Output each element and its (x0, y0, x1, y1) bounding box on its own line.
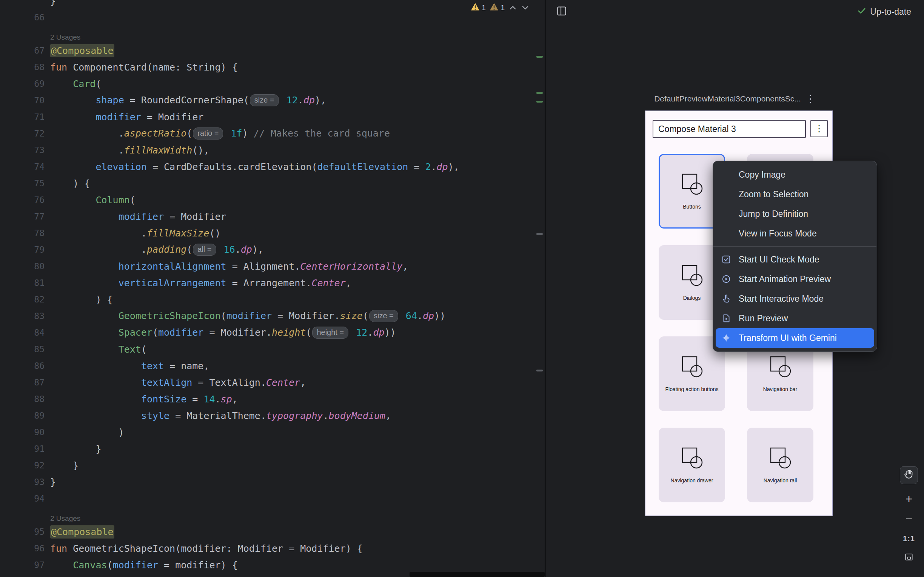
menu-icon-spacer (721, 170, 737, 179)
menu-item-copy-image[interactable]: Copy Image (713, 165, 877, 184)
zoom-in-button[interactable]: + (900, 490, 918, 509)
menu-item-run-preview[interactable]: Run Preview (713, 308, 877, 328)
line-number: 88 (0, 394, 45, 404)
menu-item-start-interactive-mode[interactable]: Start Interactive Mode (713, 289, 877, 308)
menu-item-label: Transform UI with Gemini (739, 333, 837, 343)
usages-hint-label[interactable]: 2 Usages (50, 33, 81, 42)
animation-preview-icon (721, 274, 737, 284)
code-line: 78 .fillMaxSize() (0, 225, 544, 241)
preview-card-label: Navigation drawer (671, 477, 713, 484)
preview-card-navigation-drawer[interactable]: Navigation drawer (659, 428, 725, 502)
code-line: 89 style = MaterialTheme.typography.body… (0, 407, 544, 424)
menu-item-label: Zoom to Selection (739, 189, 809, 200)
menu-item-label: View in Focus Mode (739, 229, 817, 239)
preview-card-navigation-rail[interactable]: Navigation rail (747, 428, 813, 502)
usages-hint[interactable]: 2 Usages (0, 507, 544, 524)
code-line: 79 .padding(all = 16.dp), (0, 241, 544, 258)
code-line: 88 fontSize = 14.sp, (0, 391, 544, 407)
code-line: 73 .fillMaxWidth(), (0, 142, 544, 158)
analysis-marker[interactable] (536, 369, 543, 371)
warning-indicator[interactable]: 1 (471, 2, 486, 13)
line-number: 85 (0, 344, 45, 354)
menu-item-start-ui-check-mode[interactable]: Start UI Check Mode (713, 250, 877, 269)
next-problem-chevron-down-icon[interactable] (521, 3, 530, 12)
geometric-shape-icon (768, 355, 792, 379)
line-number: 72 (0, 129, 45, 139)
editor-error-stripe[interactable] (533, 0, 544, 577)
menu-icon-spacer (721, 189, 737, 199)
line-number: 91 (0, 444, 45, 454)
vcs-change-marker[interactable] (536, 92, 543, 94)
menu-item-jump-to-definition[interactable]: Jump to Definition (713, 204, 877, 224)
usages-hint[interactable]: 2 Usages (0, 26, 544, 42)
geometric-shape-icon (768, 446, 792, 471)
line-number: 96 (0, 543, 45, 553)
preview-title-bar: DefaultPreviewMaterial3ComponentsSc... ⋮ (546, 93, 924, 104)
preview-more-kebab-icon[interactable]: ⋮ (806, 93, 816, 104)
code-line: 85 Text( (0, 341, 544, 358)
code-line: 77 modifier = Modifier (0, 208, 544, 225)
fit-to-screen-icon (904, 551, 914, 565)
preview-card-label: Navigation bar (763, 386, 797, 392)
context-menu: Copy ImageZoom to SelectionJump to Defin… (712, 161, 877, 352)
line-number: 79 (0, 245, 45, 255)
code-line: 91 } (0, 440, 544, 457)
code-line: } (0, 0, 544, 9)
weak-warning-indicator[interactable]: 1 (489, 2, 505, 13)
menu-item-transform-ui-with-gemini[interactable]: Transform UI with Gemini (716, 328, 874, 348)
line-number: 95 (0, 527, 45, 537)
menu-item-label: Start Interactive Mode (739, 294, 824, 304)
menu-item-label: Jump to Definition (739, 209, 808, 219)
code-line: 80 horizontalAlignment = Alignment.Cente… (0, 258, 544, 274)
line-number: 74 (0, 162, 45, 172)
usages-hint-label[interactable]: 2 Usages (50, 514, 81, 523)
vcs-change-marker[interactable] (536, 101, 543, 103)
menu-item-start-animation-preview[interactable]: Start Animation Preview (713, 269, 877, 289)
code-line: 76 Column( (0, 192, 544, 208)
line-number: 94 (0, 494, 45, 503)
pan-tool-button[interactable] (900, 466, 918, 484)
code-rows: }662 Usages67@Composable68fun ComponentC… (0, 0, 544, 573)
line-number: 93 (0, 477, 45, 487)
line-number: 77 (0, 211, 45, 221)
geometric-shape-icon (680, 173, 704, 197)
android-studio-window: }662 Usages67@Composable68fun ComponentC… (0, 0, 924, 577)
code-line: 97 Canvas(modifier = modifier) { (0, 557, 544, 573)
menu-item-view-in-focus-mode[interactable]: View in Focus Mode (713, 224, 877, 243)
code-editor[interactable]: }662 Usages67@Composable68fun ComponentC… (0, 0, 544, 577)
code-line: 74 elevation = CardDefaults.cardElevatio… (0, 158, 544, 175)
menu-icon-spacer (721, 229, 737, 239)
parameter-hint: size = (369, 310, 398, 322)
line-number: 84 (0, 328, 45, 337)
line-number: 83 (0, 311, 45, 321)
prev-problem-chevron-up-icon[interactable] (509, 3, 517, 12)
code-line: 81 verticalArrangement = Arrangement.Cen… (0, 274, 544, 291)
horizontal-scrollbar[interactable] (410, 572, 544, 577)
analysis-marker[interactable] (536, 233, 543, 235)
menu-item-zoom-to-selection[interactable]: Zoom to Selection (713, 184, 877, 204)
code-line: 82 ) { (0, 291, 544, 308)
inspections-widget: 1 1 (471, 2, 530, 13)
run-preview-icon (721, 313, 737, 323)
line-number: 92 (0, 461, 45, 470)
code-line: 83 GeometricShapeIcon(modifier = Modifie… (0, 308, 544, 324)
zoom-out-button[interactable]: − (900, 509, 918, 529)
preview-layout-icon[interactable] (556, 5, 567, 16)
parameter-hint: size = (250, 94, 279, 106)
code-line: 92 } (0, 457, 544, 474)
zoom-actual-size-button[interactable]: 1:1 (900, 529, 918, 548)
code-line: 72 .aspectRatio(ratio = 1f) // Makes the… (0, 125, 544, 142)
menu-icon-spacer (721, 209, 737, 219)
line-number: 76 (0, 195, 45, 205)
vcs-change-marker[interactable] (536, 56, 543, 58)
line-number: 80 (0, 261, 45, 271)
code-line: 68fun ComponentCard(name: String) { (0, 59, 544, 76)
line-number: 73 (0, 145, 45, 155)
warning-count: 1 (481, 3, 486, 12)
code-line: 67@Composable (0, 42, 544, 59)
geometric-shape-icon (680, 264, 704, 288)
zoom-to-fit-button[interactable] (900, 548, 918, 568)
line-number: 90 (0, 427, 45, 437)
code-line: 86 text = name, (0, 358, 544, 374)
line-number: 68 (0, 62, 45, 72)
